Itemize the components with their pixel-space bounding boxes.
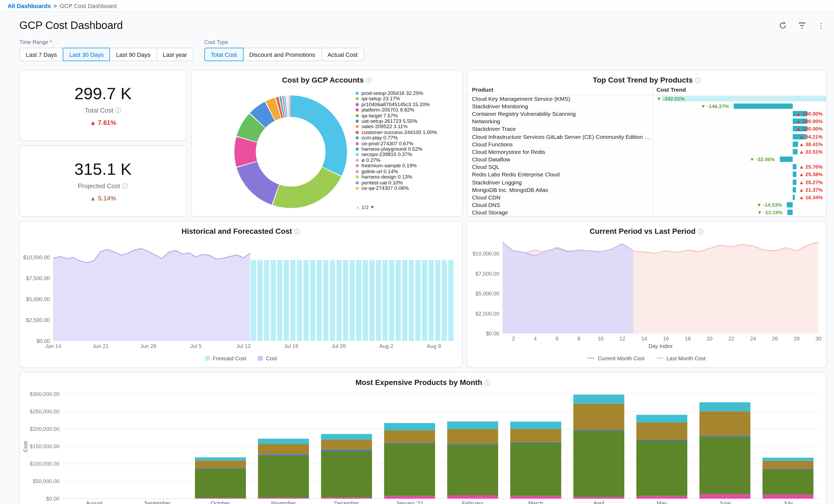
trend-row[interactable]: Cloud CDN▲ 16.34% (468, 194, 826, 201)
legend-item[interactable]: ccm-play 0.77% (356, 135, 459, 141)
legend-item[interactable]: qa-setup 23.17% (356, 96, 459, 102)
trend-row[interactable]: Container Registry Vulnerability Scannin… (468, 110, 826, 118)
trend-row[interactable]: Cloud Functions▲ 38.41% (468, 140, 826, 148)
svg-text:July: July (783, 500, 793, 504)
trend-bar (734, 104, 793, 109)
cost-by-gcp-accounts-card: Cost by GCP Accountsⓘ prod-setup-205416 … (191, 70, 463, 217)
info-icon[interactable]: ⓘ (695, 77, 701, 84)
trend-value: ▼ -342.01% (657, 95, 685, 101)
legend-item[interactable]: harness-design 0.13% (356, 174, 459, 180)
svg-text:August: August (86, 500, 103, 504)
trend-product: Cloud CDN (468, 194, 653, 200)
trend-row[interactable]: Redis Labs Redis Enterprise Cloud▲ 25.38… (468, 171, 826, 178)
info-icon[interactable]: ⓘ (122, 183, 128, 189)
legend-label: platform-205701 8.82% (361, 107, 415, 113)
legend-item[interactable]: pentest-uat 0.10% (356, 180, 459, 185)
accounts-legend: prod-setup-205416 32.29%qa-setup 23.17%p… (356, 91, 459, 191)
trend-value: ▼ -14.53% (756, 202, 782, 208)
svg-text:30: 30 (815, 336, 821, 342)
info-icon[interactable]: ⓘ (294, 228, 300, 235)
trend-row[interactable]: Stackdriver Trace▲ 100.00% (468, 126, 826, 133)
legend-label: qa-target 7.57% (361, 113, 398, 118)
trend-header-product: Product (468, 86, 653, 95)
time-range-option-last-7-days[interactable]: Last 7 Days (19, 48, 63, 61)
trend-product: MongoDB Inc. MongoDB Atlas (468, 187, 653, 193)
cost-type-option-actual-cost[interactable]: Actual Cost (321, 48, 364, 61)
period-compare-chart[interactable]: $0.00$2,500.00$5,000.00$7,500.00$10,000.… (467, 221, 827, 368)
info-icon[interactable]: ⓘ (115, 107, 121, 114)
trend-row[interactable]: Cloud Dataflow▼ -32.06% (468, 156, 826, 163)
info-icon[interactable]: ⓘ (484, 380, 490, 386)
info-icon[interactable]: ⓘ (698, 228, 704, 235)
svg-text:Jun 14: Jun 14 (45, 343, 61, 349)
time-range-option-last-30-days[interactable]: Last 30 Days (63, 48, 110, 61)
legend-item[interactable]: ø 0.27% (356, 158, 459, 163)
trend-row[interactable]: Cloud DNS▼ -14.53% (468, 201, 826, 209)
legend-last-month[interactable]: Last Month Cost (656, 355, 705, 361)
legend-item[interactable]: ce-prod-274307 0.67% (356, 141, 459, 146)
cost-type-option-discount-and-promotions[interactable]: Discount and Promotions (243, 48, 322, 61)
svg-text:22: 22 (728, 336, 734, 342)
svg-text:$10,000.00: $10,000.00 (473, 251, 499, 257)
time-range-option-last-90-days[interactable]: Last 90 Days (110, 48, 157, 61)
svg-text:12: 12 (619, 336, 626, 342)
breadcrumb-all-dashboards[interactable]: All Dashboards (7, 2, 51, 9)
trend-row[interactable]: Stackdriver Monitoring▼ -146.37% (468, 103, 826, 110)
legend-item[interactable]: platform-205701 8.82% (356, 107, 459, 113)
legend-item[interactable]: prod-setup-205416 32.29% (356, 91, 459, 96)
legend-label: sales-209522 3.11% (361, 124, 408, 130)
cost-type-filter: Cost Type Total CostDiscount and Promoti… (204, 39, 364, 61)
cost-type-option-total-cost[interactable]: Total Cost (204, 48, 243, 61)
legend-page-down-icon[interactable]: ▼ (370, 205, 374, 210)
legend-page-up-icon[interactable]: ▲ (356, 205, 360, 210)
projected-cost-value: 315.1 K (74, 160, 132, 179)
legend-item[interactable]: secops-239815 0.37% (356, 152, 459, 158)
trend-product: Stackdriver Trace (468, 126, 653, 132)
legend-item[interactable]: pr10406a87045145c3 15.20% (356, 102, 459, 108)
svg-text:$10,000.00: $10,000.00 (23, 255, 50, 260)
info-icon[interactable]: ⓘ (366, 77, 372, 84)
svg-text:$0.00: $0.00 (46, 496, 60, 502)
svg-text:May: May (657, 500, 667, 504)
time-range-option-last-year[interactable]: Last year (156, 48, 194, 61)
trend-product: Redis Labs Redis Enterprise Cloud (468, 171, 653, 178)
trend-bar-cell: ▲ 100.00% (653, 126, 826, 132)
trend-bar-cell: ▼ -13.19% (653, 209, 826, 216)
legend-dot (356, 119, 359, 123)
historical-forecast-chart[interactable]: $0.00$2,500.00$5,000.00$7,500.00$10,000.… (20, 221, 463, 368)
trend-value: ▲ 100.00% (796, 111, 823, 117)
trend-row[interactable]: Cloud Memorystore for Redis▲ 33.51% (468, 148, 826, 156)
legend-forecast-cost[interactable]: Forecast Cost (205, 355, 246, 361)
legend-label: harness-playground 0.52% (361, 146, 422, 152)
trend-row[interactable]: Cloud Key Management Service (KMS)▼ -342… (468, 95, 826, 103)
trend-row[interactable]: Networking▲ 100.00% (468, 118, 826, 125)
trend-row[interactable]: Cloud SQL▲ 25.70% (468, 163, 826, 171)
trend-bar (793, 195, 795, 200)
legend-item[interactable]: sales-209522 3.11% (356, 124, 459, 130)
trend-row[interactable]: MongoDB Inc. MongoDB Atlas▲ 21.37% (468, 186, 826, 194)
legend-dot (356, 125, 359, 128)
kebab-menu-icon[interactable]: ⋮ (816, 20, 827, 31)
legend-current-month[interactable]: Current Month Cost (588, 355, 645, 361)
filter-icon[interactable] (796, 20, 807, 31)
legend-item[interactable]: golink-url 0.14% (356, 169, 459, 174)
legend-item[interactable]: uat-setup-261723 5.55% (356, 118, 459, 124)
trend-row[interactable]: Cloud Infrastructure Services GitLab Ser… (468, 133, 826, 140)
legend-item[interactable]: harness-playground 0.52% (356, 146, 459, 152)
legend-label: uat-setup-261723 5.55% (361, 118, 417, 124)
cost-type-label: Cost Type (204, 39, 364, 45)
legend-item[interactable]: customer-success-244100 1.00% (356, 130, 459, 135)
trend-row[interactable]: Cloud Storage▼ -13.19% (468, 209, 826, 216)
legend-item[interactable]: qa-target 7.57% (356, 113, 459, 118)
monthly-products-chart[interactable]: $0.00$50,000.00$100,000.00$150,000.00$20… (20, 373, 827, 504)
legend-item[interactable]: freemium-sample 0.19% (356, 163, 459, 169)
breadcrumb-current: GCP Cost Dashboard (60, 2, 116, 9)
svg-text:$150,000.00: $150,000.00 (30, 443, 60, 449)
trend-row[interactable]: Stackdriver Logging▲ 25.27% (468, 178, 826, 186)
svg-text:Jul 5: Jul 5 (190, 343, 201, 349)
filter-icon-glyph (798, 22, 806, 29)
legend-item[interactable]: ce-qa-274307 0.06% (356, 185, 459, 191)
legend-label: ccm-play 0.77% (361, 135, 398, 141)
legend-cost[interactable]: Cost (258, 355, 277, 361)
refresh-icon[interactable] (777, 20, 788, 31)
